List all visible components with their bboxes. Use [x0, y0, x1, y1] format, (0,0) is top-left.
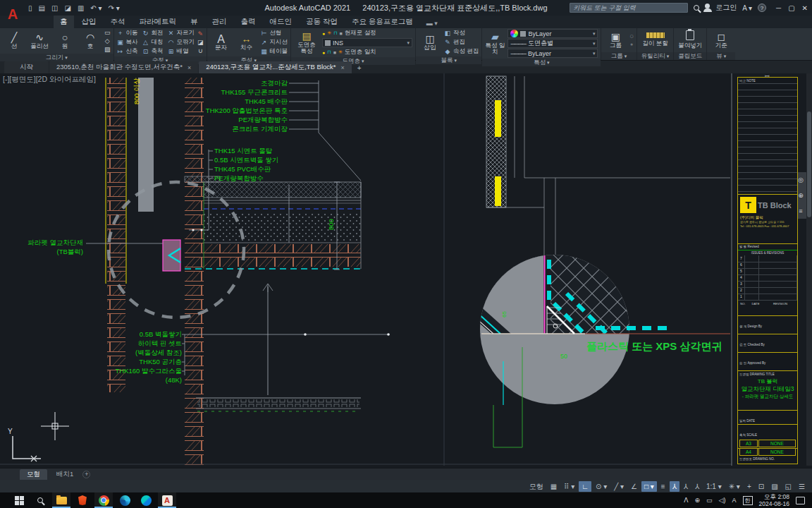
model-space-canvas[interactable]: Y 800 이상 800 50 65 [-][평면도][2D 와이어프레임] 조…	[0, 73, 812, 468]
minimize-button[interactable]: ─	[776, 4, 781, 12]
tool-block-edit[interactable]: ✎편집	[444, 38, 479, 47]
panel-label-block[interactable]: 블록	[416, 56, 481, 64]
tab-drawing-1[interactable]: 230510,춘천 마을회관 수정도면,서우건축* ×	[49, 61, 198, 73]
dim-triangle-width[interactable]: 50	[560, 353, 567, 360]
tool-scale[interactable]: ⊡축척	[142, 47, 164, 56]
ribbon-tab-parametric[interactable]: 파라메트릭	[133, 16, 183, 28]
scrollbar-thumb[interactable]	[807, 111, 811, 217]
wall-layer-annotations[interactable]: THK15 시멘트 몰탈 0.5B 시멘트벽돌 쌓기 THK45 PVC배수판 …	[214, 146, 278, 183]
explode-icon[interactable]: ◪	[197, 39, 204, 46]
tool-block-create[interactable]: ◧작성	[444, 29, 479, 37]
object-snap-toggle[interactable]: □ ▾	[641, 481, 657, 492]
notification-center-icon[interactable]	[796, 497, 805, 504]
ribbon-tab-collaborate[interactable]: 공동 작업	[300, 16, 344, 28]
tool-text[interactable]: A 문자	[210, 34, 233, 51]
annotation-line[interactable]: PE개량복합방수	[214, 174, 278, 183]
ribbon-tab-annotate[interactable]: 주석	[104, 16, 132, 28]
annotation-line[interactable]: (벽돌상세 참조)	[27, 348, 182, 357]
annotation-scale-icon[interactable]: ⅄	[692, 481, 702, 492]
panel-label-utilities[interactable]: 유틸리티	[637, 52, 673, 60]
close-button[interactable]: ✕	[802, 4, 808, 12]
tool-stretch[interactable]: ↦신축	[117, 47, 138, 56]
vertical-scrollbar[interactable]	[806, 73, 812, 466]
taskbar-search-button[interactable]	[31, 492, 49, 508]
tool-table[interactable]: ▦테이블	[261, 47, 288, 56]
customization-menu[interactable]: ☰	[796, 481, 808, 492]
tool-circle[interactable]: ○ 원	[54, 32, 76, 49]
login-button[interactable]: 로그인	[715, 3, 737, 13]
grid-toggle[interactable]: ▦	[548, 481, 560, 492]
layer-freeze-icon[interactable]: ✳	[327, 30, 331, 36]
tab-layout1[interactable]: 배치1	[49, 469, 80, 480]
tool-mirror[interactable]: △대칭	[142, 38, 164, 47]
rectangle-icon[interactable]: ▭	[104, 29, 111, 36]
isodraft-toggle[interactable]: ╱ ▾	[611, 481, 627, 492]
autocad-logo-icon[interactable]: A	[3, 1, 23, 28]
ellipse-icon[interactable]: ◇	[105, 37, 110, 44]
display-icon[interactable]: ▭	[706, 497, 713, 504]
model-space-button[interactable]: 모형	[527, 481, 546, 492]
ribbon-tab-home[interactable]: 홈	[54, 16, 74, 28]
drawing-canvas[interactable]: Y 800 이상 800 50 65	[0, 73, 812, 468]
ribbon-tab-addins[interactable]: 애드인	[264, 16, 299, 28]
layer-walk-icon[interactable]: ■	[333, 50, 336, 55]
layer-onoff-icon[interactable]: ●	[322, 50, 325, 55]
tool-group[interactable]: ▣ 그룹	[604, 32, 627, 49]
layer-lock-icon[interactable]: ⊓	[333, 30, 337, 36]
maximize-button[interactable]: ▢	[788, 4, 794, 12]
paste-icon[interactable]	[686, 30, 694, 40]
tool-fillet[interactable]: ◠모깎기	[168, 38, 195, 47]
open-icon[interactable]: ▤	[39, 4, 45, 12]
clock[interactable]: 오후 2:08 2024-08-16	[759, 493, 789, 507]
tool-leader[interactable]: ↗지시선	[261, 38, 288, 47]
paste-label[interactable]: 붙여넣기	[678, 42, 702, 50]
dim-triangle-height[interactable]: 65	[501, 311, 508, 318]
annotation-line[interactable]: THK45 배수판	[147, 97, 288, 106]
annotation-line[interactable]: 조경마감	[147, 78, 288, 87]
help-search-input[interactable]	[570, 3, 688, 13]
tool-dimension[interactable]: ↔ 치수	[235, 34, 258, 51]
clean-screen[interactable]: ◱	[782, 481, 794, 492]
annotation-line[interactable]: 0.5B 벽돌쌓기	[27, 329, 182, 339]
new-layout-button[interactable]: +	[82, 471, 90, 478]
tool-move[interactable]: +이동	[117, 29, 138, 37]
dim-slab[interactable]: 800	[327, 219, 335, 230]
pan-icon[interactable]: ⊕	[798, 192, 804, 199]
erase-icon[interactable]: ✎	[198, 30, 204, 37]
tab-drawing-2[interactable]: 240123,구조용 열교차...준상세도,TB Block* ×	[199, 61, 352, 73]
annotation-line[interactable]: THK50 공기층	[27, 357, 182, 366]
annotation-monitor[interactable]: +	[744, 481, 754, 492]
tool-line[interactable]: ╱ 선	[3, 32, 25, 49]
annotation-line[interactable]: 0.5B 시멘트벽돌 쌓기	[214, 155, 278, 164]
layer-merge-icon[interactable]: ✳	[338, 49, 343, 55]
ortho-toggle[interactable]: ∟	[579, 481, 591, 492]
layer-match-button[interactable]: 도면층 일치	[345, 48, 376, 56]
tool-rotate[interactable]: ↻회전	[142, 29, 164, 37]
tab-model[interactable]: 모형	[20, 469, 47, 480]
tool-insert-block[interactable]: ◫ 삽입	[419, 34, 441, 51]
app-store-button[interactable]: A ▾	[742, 4, 752, 12]
annotation-line[interactable]: THK200 압출법보온판 특호	[147, 106, 288, 115]
annotation-line[interactable]: PE개량복합방수	[147, 115, 288, 124]
annotation-line[interactable]: (TB블럭)	[0, 247, 83, 256]
whale-button[interactable]	[137, 492, 155, 508]
save-icon[interactable]: ◫	[51, 4, 58, 12]
zoom-extents-icon[interactable]: ≡	[799, 207, 802, 214]
tool-arc[interactable]: ◠ 호	[79, 32, 102, 49]
isolate-objects[interactable]: ⊡	[756, 481, 767, 492]
ribbon-tab-manage[interactable]: 관리	[206, 16, 233, 28]
annotation-line[interactable]: (48K)	[27, 375, 182, 385]
lineweight-dropdown[interactable]: ──── ByLayer ▾	[508, 49, 598, 58]
group-edit-icon[interactable]: ▫	[630, 41, 632, 48]
layer-on-icon[interactable]: ●	[322, 31, 325, 36]
panel-label-properties[interactable]: 특성	[482, 59, 601, 66]
lineweight-toggle[interactable]: ≡	[658, 481, 668, 492]
close-icon[interactable]: ×	[187, 64, 191, 71]
edge-button[interactable]	[116, 492, 134, 508]
graphics-performance[interactable]: ▨	[768, 481, 780, 492]
detail-note-annotation[interactable]: 플라스틱 또는 XPS 삼각면귀	[586, 340, 722, 353]
tool-trim[interactable]: ✕자르기	[168, 29, 195, 37]
panel-label-group[interactable]: 그룹	[601, 52, 636, 60]
lower-wall-annotations[interactable]: 0.5B 벽돌쌓기 하이텍 핀 셋트 (벽돌상세 참조) THK50 공기층 T…	[27, 329, 182, 385]
ribbon-tab-output[interactable]: 출력	[235, 16, 262, 28]
